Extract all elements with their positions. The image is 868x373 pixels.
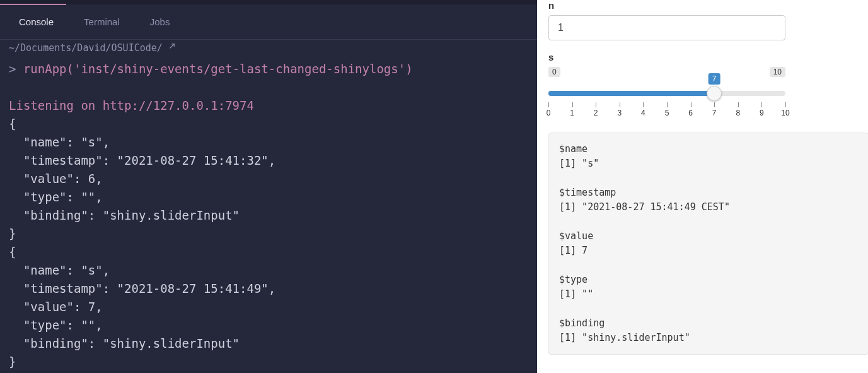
slider-fill — [548, 91, 714, 96]
slider-tick-label: 6 — [688, 109, 693, 117]
pane-top-strip — [0, 0, 537, 4]
slider-max-label: 10 — [770, 67, 785, 77]
tab-jobs[interactable]: Jobs — [135, 13, 185, 31]
slider-tick — [596, 102, 596, 107]
slider-tick-label: 4 — [641, 109, 645, 117]
slider-tick-label: 1 — [570, 109, 574, 117]
slider-tick — [785, 102, 786, 107]
n-input[interactable] — [548, 15, 785, 40]
slider-tick-label: 9 — [760, 109, 764, 117]
s-label: s — [548, 52, 785, 62]
slider-tick-label: 8 — [736, 109, 740, 117]
console-command: runApp('inst/shiny-events/get-last-chang… — [23, 62, 413, 76]
slider-value-badge: 7 — [709, 73, 720, 85]
working-directory-text: ~/Documents/David/OSUICode/ — [9, 42, 163, 54]
slider-tick-label: 0 — [547, 109, 551, 117]
console-json-output: { "name": "s", "timestamp": "2021-08-27 … — [9, 117, 275, 369]
slider-tick — [548, 102, 549, 107]
slider-min-label: 0 — [548, 67, 560, 77]
tab-console[interactable]: Console — [4, 13, 69, 31]
prompt-symbol: > — [9, 62, 16, 76]
tab-terminal[interactable]: Terminal — [69, 13, 135, 31]
slider-handle[interactable] — [707, 86, 722, 101]
slider-tick — [572, 102, 573, 107]
share-icon[interactable] — [166, 43, 175, 54]
listening-message: Listening on http://127.0.0.1:7974 — [9, 98, 254, 112]
numeric-input-group: n — [548, 0, 868, 40]
slider-ticks: 012345678910 — [548, 102, 785, 117]
slider-tick-label: 10 — [781, 109, 789, 117]
slider-track[interactable]: 7 — [548, 87, 785, 100]
console-tabs: Console Terminal Jobs — [0, 4, 537, 40]
slider-range-labels: 0 10 — [548, 67, 785, 77]
app-output: $name [1] "s" $timestamp [1] "2021-08-27… — [548, 133, 868, 355]
slider-tick-label: 7 — [712, 109, 717, 117]
slider-tick — [643, 102, 644, 107]
slider-tick-label: 2 — [594, 109, 598, 117]
slider-tick-label: 5 — [665, 109, 669, 117]
slider-tick-label: 3 — [617, 109, 622, 117]
slider-tick — [667, 102, 668, 107]
slider-tick — [691, 102, 692, 107]
working-directory-row: ~/Documents/David/OSUICode/ — [0, 40, 537, 59]
slider-group: s 0 10 7 012345678910 — [548, 52, 785, 117]
slider-tick — [738, 102, 739, 107]
slider-tick — [714, 102, 715, 107]
n-label: n — [548, 0, 868, 11]
console-pane: Console Terminal Jobs ~/Documents/David/… — [0, 0, 537, 373]
slider-tick — [761, 102, 762, 107]
slider-tick — [620, 102, 620, 107]
console-output[interactable]: > runApp('inst/shiny-events/get-last-cha… — [0, 59, 537, 373]
shiny-app-pane: n s 0 10 7 012345678910 $name [1] "s" $t… — [537, 0, 868, 373]
